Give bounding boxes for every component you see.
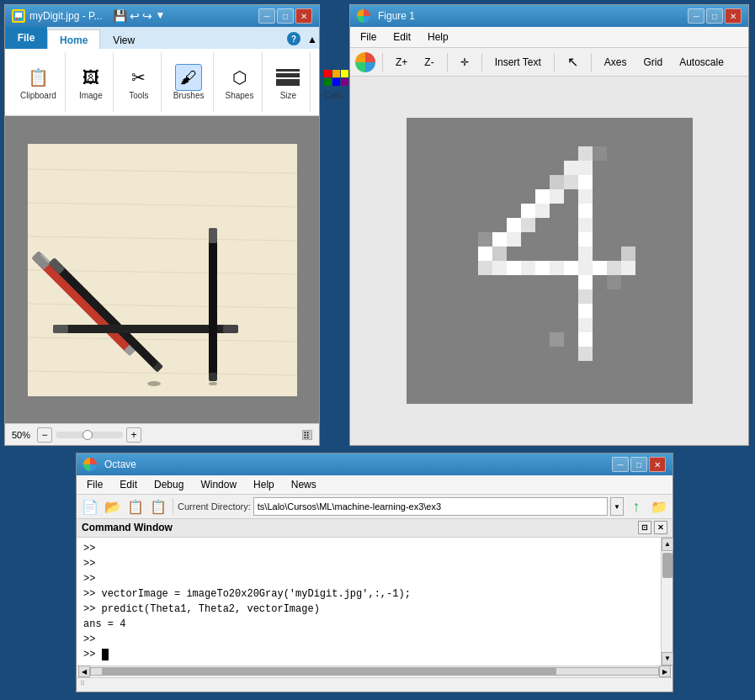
dir-dropdown-btn[interactable]: ▼ — [610, 497, 624, 516]
cmd-h-scrollbar[interactable]: ◀ ▶ — [77, 666, 673, 677]
cmd-scrollbar[interactable]: ▲ ▼ — [661, 538, 673, 666]
oct-menu-help[interactable]: Help — [248, 478, 279, 491]
clipboard-items: 📋 Clipboard — [17, 62, 60, 102]
resize-corner[interactable]: ⠿ — [80, 680, 90, 690]
new-file-btn[interactable]: 📄 — [80, 496, 100, 517]
oct-menu-edit[interactable]: Edit — [114, 478, 142, 491]
grid-tool[interactable]: Grid — [638, 54, 669, 71]
copy-btn[interactable]: 📋 — [125, 496, 146, 517]
h-scroll-left[interactable]: ◀ — [78, 666, 90, 677]
figure-menu-help[interactable]: Help — [424, 30, 452, 44]
shapes-btn[interactable]: ⬡ Shapes — [222, 62, 258, 102]
octave-minimize-btn[interactable]: ─ — [612, 457, 629, 472]
octave-statusbar: ⠿ — [77, 677, 673, 692]
paste-btn[interactable]: 📋 Clipboard — [17, 62, 60, 102]
paint-file-tab[interactable]: File — [5, 27, 47, 49]
svg-rect-39 — [492, 232, 507, 247]
scroll-thumb[interactable] — [662, 553, 673, 578]
zoom-out-btn[interactable]: − — [37, 427, 52, 443]
oct-menu-debug[interactable]: Debug — [149, 478, 189, 491]
paste-label: Clipboard — [20, 91, 56, 100]
svg-rect-37 — [507, 218, 521, 232]
figure-window-controls[interactable]: ─ □ ✕ — [688, 8, 742, 24]
paint-group-brushes: 🖌 Brushes — [165, 52, 214, 112]
octave-window-controls[interactable]: ─ □ ✕ — [612, 457, 666, 472]
figure-logo-icon — [355, 52, 375, 72]
paint-home-tab[interactable]: Home — [47, 29, 100, 50]
octave-close-btn[interactable]: ✕ — [649, 457, 666, 472]
current-dir-input[interactable] — [253, 497, 608, 516]
zoom-slider[interactable] — [56, 432, 123, 438]
figure-maximize-btn[interactable]: □ — [706, 8, 723, 24]
octave-app-icon — [83, 458, 97, 471]
select-tool[interactable]: ↖ — [561, 51, 584, 72]
scroll-up-btn[interactable]: ▲ — [662, 538, 673, 551]
cmd-line-2: >> — [83, 556, 644, 571]
figure-menu-file[interactable]: File — [357, 30, 380, 44]
svg-rect-35 — [521, 204, 535, 218]
paint-minimize-btn[interactable]: ─ — [258, 8, 275, 24]
cmd-line-3: >> — [83, 571, 644, 586]
colors-btn[interactable]: Colo... — [319, 62, 353, 102]
figure-app-icon — [357, 9, 370, 23]
paint-group-size: Size — [266, 52, 311, 112]
browse-folder-btn[interactable]: 📁 — [649, 496, 669, 517]
image-icon: 🖼 — [77, 64, 104, 91]
cw-close-btn[interactable]: ✕ — [654, 521, 667, 534]
figure-close-btn[interactable]: ✕ — [725, 8, 742, 24]
resize-handle[interactable]: ⠿ — [302, 430, 312, 440]
shapes-items: ⬡ Shapes — [222, 62, 258, 102]
colors-items: Colo... — [319, 62, 353, 102]
cw-controls[interactable]: ⊡ ✕ — [638, 521, 667, 534]
paste-oct-btn[interactable]: 📋 — [148, 496, 168, 517]
insert-text-tool[interactable]: Insert Text — [489, 54, 547, 71]
figure-menu-edit[interactable]: Edit — [390, 30, 414, 44]
pan-tool[interactable]: ✛ — [455, 54, 475, 71]
paint-maximize-btn[interactable]: □ — [277, 8, 294, 24]
oct-menu-file[interactable]: File — [82, 478, 108, 491]
shapes-icon: ⬡ — [226, 64, 253, 91]
svg-rect-43 — [492, 261, 507, 275]
zoom-in-tool[interactable]: Z+ — [390, 54, 413, 71]
paint-canvas-area — [5, 116, 319, 423]
paint-close-btn[interactable]: ✕ — [295, 8, 312, 24]
h-scroll-thumb[interactable] — [102, 668, 556, 675]
zoom-in-btn[interactable]: + — [126, 427, 141, 443]
h-scroll-right[interactable]: ▶ — [659, 666, 671, 677]
figure-canvas-area — [350, 77, 748, 445]
brushes-btn[interactable]: 🖌 Brushes — [170, 62, 208, 102]
paint-ribbon-tabs: File Home View ? ▲ — [5, 27, 319, 49]
paint-ribbon-content: 📋 Clipboard 🖼 Image ✂ Tools — [5, 49, 319, 116]
paint-ribbon-collapse[interactable]: ▲ — [306, 30, 319, 49]
zoom-out-tool[interactable]: Z- — [418, 54, 439, 71]
cmd-line-7: >> — [83, 632, 644, 647]
scroll-down-btn[interactable]: ▼ — [662, 652, 673, 666]
image-btn[interactable]: 🖼 Image — [74, 62, 108, 102]
dir-up-btn[interactable]: ↑ — [626, 496, 646, 517]
autoscale-tool[interactable]: Autoscale — [673, 54, 730, 71]
paint-view-tab[interactable]: View — [100, 29, 147, 50]
axes-tool[interactable]: Axes — [598, 54, 633, 71]
colors-label: Colo... — [324, 91, 348, 100]
tools-btn[interactable]: ✂ Tools — [122, 62, 156, 102]
paint-canvas[interactable] — [28, 144, 297, 396]
oct-menu-news[interactable]: News — [286, 478, 322, 491]
cw-undock-btn[interactable]: ⊡ — [638, 521, 651, 534]
tools-label: Tools — [129, 91, 148, 100]
oct-toolbar-sep — [173, 498, 173, 515]
paint-statusbar: 50% − + ⠿ — [5, 423, 319, 445]
open-file-btn[interactable]: 📂 — [103, 496, 123, 517]
paint-help-btn[interactable]: ? — [282, 29, 306, 49]
zoom-controls[interactable]: − + — [37, 427, 141, 443]
svg-rect-51 — [607, 261, 621, 275]
octave-maximize-btn[interactable]: □ — [630, 457, 647, 472]
svg-point-2 — [16, 18, 19, 20]
command-content[interactable]: >> >> >> >> vectorImage = imageTo20x20Gr… — [77, 538, 661, 666]
oct-menu-window[interactable]: Window — [195, 478, 242, 491]
svg-point-3 — [19, 18, 22, 20]
figure-minimize-btn[interactable]: ─ — [688, 8, 704, 24]
paint-window-controls[interactable]: ─ □ ✕ — [258, 8, 312, 24]
paint-title-left: myDigit.jpg - P... 💾 ↩ ↪ ▼ — [12, 9, 165, 23]
paint-title-text: myDigit.jpg - P... — [29, 10, 102, 22]
size-btn[interactable]: Size — [271, 62, 305, 102]
